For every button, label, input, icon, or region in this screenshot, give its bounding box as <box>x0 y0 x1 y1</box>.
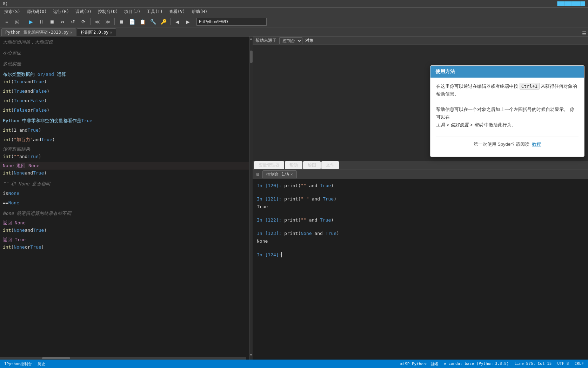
tab-help[interactable]: 帮助 <box>285 161 302 169</box>
toolbar-back-btn[interactable]: ◀ <box>173 17 182 26</box>
tutorial-link[interactable]: 教程 <box>532 142 541 147</box>
toolbar-next-file-btn[interactable]: ≫ <box>103 17 112 26</box>
blank-2 <box>0 57 249 60</box>
status-bar: IPython控制台 历史 ⊕LSP Python: 就绪 ⊕ conda: b… <box>0 360 588 368</box>
code-line-5: int(True and True) <box>0 78 249 86</box>
toolbar-pause-btn[interactable]: ⏸ <box>37 17 46 26</box>
editor-hscroll[interactable] <box>0 357 246 360</box>
toolbar-prev-file-btn[interactable]: ≪ <box>93 17 102 26</box>
menu-console[interactable]: 控制台(O) <box>95 8 121 15</box>
menu-run[interactable]: 运行(R) <box>50 8 72 15</box>
path-input[interactable] <box>196 18 267 26</box>
console-panel-icon[interactable]: ⊟ <box>254 171 262 178</box>
file-tabs-bar: Python 量化编程基础-2023.py ✕ 粉刷匠2.0.py ✕ ☰ <box>0 27 588 37</box>
menu-help[interactable]: 帮助(H) <box>189 8 211 15</box>
code-line-7: int(True or False) <box>0 97 249 105</box>
status-right: ⊕LSP Python: 就绪 ⊕ conda: base (Python 3.… <box>400 361 584 367</box>
file-tab-main[interactable]: Python 量化编程基础-2023.py ✕ <box>1 28 76 36</box>
tools-path-text: 工具 > 偏好设置 > 帮助 <box>436 122 483 127</box>
lsp-status: ⊕LSP Python: 就绪 <box>400 361 438 367</box>
menu-debug[interactable]: 调试(D) <box>73 8 94 15</box>
main-area: 大胆提出问题，大胆假设 小心求证 多做实验 布尔类型数据的 or/and 运算 … <box>0 37 588 360</box>
menu-source[interactable]: 源代码(O) <box>24 8 50 15</box>
line-col: Line 575, Col 15 <box>514 361 552 367</box>
blank-15 <box>0 206 249 210</box>
console-entry-121: In [121]: print(" " and True) <box>257 195 584 203</box>
console-content[interactable]: In [120]: print("" and True) In [121]: p… <box>253 179 588 360</box>
menu-search[interactable]: 搜索(S) <box>1 8 23 15</box>
tab-plot[interactable]: 绘图 <box>303 161 321 169</box>
toolbar-at-btn[interactable]: @ <box>13 17 22 26</box>
help-popup-title: 使用方法 <box>435 68 455 74</box>
code-line-10: int(1 and True) <box>0 127 249 134</box>
encoding: UTF-8 <box>557 361 569 367</box>
help-body-p1: 在这里你可以通过在编辑器或者终端中按 Ctrl+I 来获得任何对象的帮助信息。 <box>436 83 579 98</box>
console-tab-label: 控制台 1/A <box>266 171 289 177</box>
toolbar: ≡ @ ▶ ⏸ ⏹ ↭ ↺ ⟳ ≪ ≫ ⏹ 📄 📋 🔧 🔑 ◀ ▶ <box>0 16 588 27</box>
scroll-dn-arrow[interactable]: ▼ <box>249 353 253 357</box>
toolbar-key-btn[interactable]: 🔑 <box>159 17 168 26</box>
blank-12 <box>0 177 249 180</box>
tabs-menu-btn[interactable]: ☰ <box>582 31 588 36</box>
help-popup-footer: 第一次使用 Spyder? 请阅读 教程 <box>436 137 579 152</box>
toolbar-list-btn[interactable]: ≡ <box>2 17 11 26</box>
blank-3 <box>0 67 249 71</box>
right-top-area: 帮助来源于 控制台 对象 使用方法 在这里你可以通过在编辑器或者终端中按 Ctr… <box>253 37 588 170</box>
tab-var-manager[interactable]: 变量管理器 <box>254 161 284 169</box>
line-ending: CRLF <box>575 361 584 367</box>
code-line-none-result: None 返回 None <box>0 162 249 170</box>
editor-content[interactable]: 大胆提出问题，大胆假设 小心求证 多做实验 布尔类型数据的 or/and 运算 … <box>0 37 249 360</box>
menu-view[interactable]: 查看(V) <box>166 8 188 15</box>
toolbar-stop2-btn[interactable]: ⏹ <box>117 17 126 26</box>
file-tab-brush[interactable]: 粉刷匠2.0.py ✕ <box>77 28 116 36</box>
editor-vscroll-thumb[interactable] <box>250 51 253 63</box>
editor-hscroll-thumb[interactable] <box>42 357 70 359</box>
code-line-8: int(False or False) <box>0 107 249 114</box>
toolbar-new-btn[interactable]: 📄 <box>127 17 136 26</box>
window-controls[interactable]: ████████████ <box>557 1 585 6</box>
right-bottom-tabs: 变量管理器 帮助 绘图 文件 <box>253 161 588 170</box>
console-entry-123: In [123]: print(None and True) <box>257 230 584 237</box>
editor-vscroll[interactable]: ▲ ▼ <box>249 37 253 360</box>
conda-env: ⊕ conda: base (Python 3.8.8) <box>444 361 509 367</box>
ipython-console-label[interactable]: IPython控制台 <box>4 361 32 367</box>
blank-1 <box>0 46 249 50</box>
progress-bar: ████████████ <box>557 1 585 6</box>
help-popup-body: 在这里你可以通过在编辑器或者终端中按 Ctrl+I 来获得任何对象的帮助信息。 … <box>430 78 584 157</box>
object-label: 对象 <box>305 38 314 44</box>
toolbar-settings-btn[interactable]: 🔧 <box>148 17 158 26</box>
toolbar-step-btn[interactable]: ↭ <box>58 17 67 26</box>
scroll-up-arrow[interactable]: ▲ <box>249 37 253 40</box>
menu-tools[interactable]: 工具(T) <box>144 8 166 15</box>
title-bar: 8) ████████████ <box>0 0 588 8</box>
editor-panel: 大胆提出问题，大胆假设 小心求证 多做实验 布尔类型数据的 or/and 运算 … <box>0 37 249 360</box>
shortcut-ctrl-i: Ctrl+I <box>520 83 540 90</box>
file-tab-brush-close[interactable]: ✕ <box>110 30 112 35</box>
help-source-label: 帮助来源于 <box>255 38 276 44</box>
tab-files[interactable]: 文件 <box>321 161 339 169</box>
console-entry-122: In [122]: print("" and True) <box>257 216 584 224</box>
toolbar-stop-btn[interactable]: ⏹ <box>47 17 56 26</box>
toolbar-next-btn[interactable]: ⟳ <box>79 17 88 26</box>
code-line-4: 布尔类型数据的 or/and 运算 <box>0 71 249 78</box>
toolbar-restart-btn[interactable]: ↺ <box>68 17 78 26</box>
code-line-3: 多做实验 <box>0 60 249 68</box>
file-tab-main-close[interactable]: ✕ <box>70 30 72 35</box>
toolbar-run-btn[interactable]: ▶ <box>26 17 35 26</box>
console-cursor[interactable] <box>281 252 282 257</box>
menu-bar: 搜索(S) 源代码(O) 运行(R) 调试(D) 控制台(O) 项目(J) 工具… <box>0 8 588 16</box>
console-blank-3 <box>257 224 584 230</box>
code-line-9: Python 中非零和非空的变量都看作是 True <box>0 117 249 125</box>
console-tab-close[interactable]: ✕ <box>290 172 293 177</box>
file-tab-brush-label: 粉刷匠2.0.py <box>81 29 108 35</box>
toolbar-forward-btn[interactable]: ▶ <box>183 17 192 26</box>
menu-project[interactable]: 项目(J) <box>121 8 143 15</box>
console-tab-1[interactable]: 控制台 1/A ✕ <box>262 170 297 178</box>
toolbar-copy-btn[interactable]: 📋 <box>138 17 147 26</box>
history-label[interactable]: 历史 <box>38 361 45 367</box>
help-source-select[interactable]: 控制台 <box>279 37 302 44</box>
code-line-14: is None <box>0 190 249 197</box>
console-entry-120: In [120]: print("" and True) <box>257 182 584 190</box>
toolbar-sep-3 <box>114 18 115 25</box>
toolbar-sep-2 <box>90 18 91 25</box>
